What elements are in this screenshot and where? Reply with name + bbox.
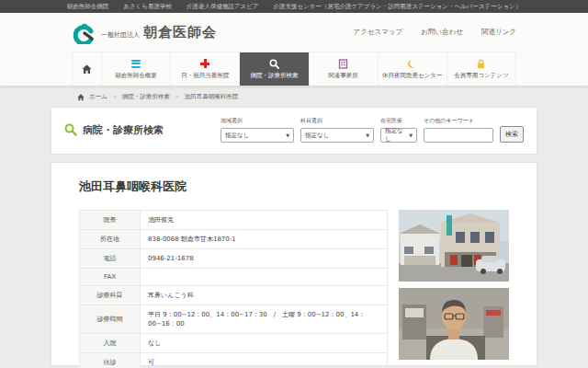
filter-keyword-label: その他のキーワード <box>424 117 493 125</box>
org-name-label: 朝倉医師会 <box>143 24 217 41</box>
home-care-select[interactable]: 指定なし ▼ <box>380 128 417 143</box>
breadcrumb-home-icon <box>77 94 85 101</box>
nav-item-duty-clinics[interactable]: 日・祝日当番医院 <box>170 52 239 86</box>
breadcrumb-current: 池田耳鼻咽喉科医院 <box>185 93 239 101</box>
row-label: 入院 <box>80 334 141 353</box>
nav-label-members-only: 会員専用コンテンツ <box>454 72 508 80</box>
row-value: 可 <box>141 353 388 368</box>
asakura-logo-icon <box>72 20 96 44</box>
table-row-phone: 電話 0946-21-1678 <box>80 249 388 269</box>
search-panel-title-text: 病院・診療所検索 <box>83 123 164 137</box>
clinic-detail-card: 池田耳鼻咽喉科医院 院長 池田俊克 所在地 838-0068 朝倉市甘木1870… <box>51 162 537 366</box>
topbar-link-hospital[interactable]: 朝倉医師会病院 <box>67 3 109 11</box>
nav-label-emergency-center: 休日夜間急患センター <box>382 72 442 80</box>
nav-item-overview[interactable]: 朝倉医師会概要 <box>101 52 170 86</box>
table-row-fax: FAX <box>80 269 388 286</box>
global-nav: 朝倉医師会概要 日・祝日当番医院 病院・診療所検索 関連事業所 休日夜間急患セン… <box>72 52 516 86</box>
header-link-related[interactable]: 関連リンク <box>481 28 516 37</box>
row-value: 838-0068 朝倉市甘木1870-1 <box>141 230 388 249</box>
cross-icon <box>200 59 209 69</box>
row-label: FAX <box>80 269 141 286</box>
filter-keyword: その他のキーワード <box>424 117 493 143</box>
clinic-name-heading: 池田耳鼻咽喉科医院 <box>79 178 509 195</box>
chevron-down-icon: ▼ <box>409 132 413 138</box>
home-icon <box>82 64 92 75</box>
table-row-hours: 診療時間 平日 9：00~12：00、14：00~17：30 / 土曜 9：00… <box>80 305 388 334</box>
table-row-departments: 診療科目 耳鼻いんこう科 <box>80 286 388 305</box>
site-logo[interactable]: 一般社団法人 朝倉医師会 <box>72 20 217 44</box>
breadcrumb-separator: ＞ <box>112 93 118 101</box>
table-row-director: 院長 池田俊克 <box>80 211 388 230</box>
table-row-address: 所在地 838-0068 朝倉市甘木1870-1 <box>80 230 388 249</box>
clinic-building-photo <box>399 210 509 282</box>
search-icon <box>269 59 279 69</box>
breadcrumb: ホーム ＞ 病院・診療所検索 ＞ 池田耳鼻咽喉科医院 <box>77 93 588 101</box>
nav-item-members-only[interactable]: 会員専用コンテンツ <box>447 52 516 86</box>
row-value <box>141 269 388 286</box>
org-type-label: 一般社団法人 <box>101 30 140 40</box>
chevron-down-icon: ▼ <box>366 132 369 138</box>
row-value: 平日 9：00~12：00、14：00~17：30 / 土曜 9：00~12：0… <box>141 305 388 334</box>
row-label: 診療時間 <box>80 305 141 334</box>
nav-item-related-offices[interactable]: 関連事業所 <box>309 52 378 86</box>
subject-select-value: 指定なし <box>305 132 329 140</box>
global-nav-wrap: 朝倉医師会概要 日・祝日当番医院 病院・診療所検索 関連事業所 休日夜間急患セン… <box>0 52 588 86</box>
top-utility-bar: 朝倉医師会病院 あさくら看護学校 介護老人保健施設アスピア 介護支援センター（居… <box>0 0 588 13</box>
topbar-link-nursing-school[interactable]: あさくら看護学校 <box>123 3 172 11</box>
row-label: 電話 <box>80 249 141 269</box>
site-title: 一般社団法人 朝倉医師会 <box>101 24 217 41</box>
header-link-access-map[interactable]: アクセスマップ <box>354 28 403 37</box>
row-value: 耳鼻いんこう科 <box>141 286 388 305</box>
clinic-info-table: 院長 池田俊克 所在地 838-0068 朝倉市甘木1870-1 電話 0946… <box>79 210 388 368</box>
lock-icon <box>476 59 486 69</box>
filter-home-care-label: 在宅医療 <box>380 117 417 125</box>
row-value: 池田俊克 <box>141 211 388 230</box>
nav-item-emergency-center[interactable]: 休日夜間急患センター <box>378 52 447 86</box>
table-row-hospitalization: 入院 なし <box>80 334 388 353</box>
breadcrumb-search[interactable]: 病院・診療所検索 <box>122 93 170 101</box>
clinic-detail-body: 院長 池田俊克 所在地 838-0068 朝倉市甘木1870-1 電話 0946… <box>79 210 509 368</box>
search-button[interactable]: 検索 <box>500 126 524 143</box>
breadcrumb-home[interactable]: ホーム <box>89 93 107 101</box>
moon-icon <box>407 59 417 69</box>
filter-subject: 科目選択 指定なし ▼ <box>300 117 374 143</box>
row-label: 診療科目 <box>80 286 141 305</box>
row-label: 往診 <box>80 353 141 368</box>
nav-label-overview: 朝倉医師会概要 <box>115 72 157 80</box>
building-icon <box>338 59 348 69</box>
nav-label-clinic-search: 病院・診療所検索 <box>250 72 298 80</box>
search-filters: 地域選択 指定なし ▼ 科目選択 指定なし ▼ 在宅医療 指定なし ▼ その他の… <box>220 117 524 143</box>
nav-label-related-offices: 関連事業所 <box>328 72 358 80</box>
filter-subject-label: 科目選択 <box>300 117 374 125</box>
breadcrumb-separator: ＞ <box>175 93 180 101</box>
nav-label-duty-clinics: 日・祝日当番医院 <box>181 72 229 80</box>
doctor-portrait-photo <box>399 288 509 360</box>
row-value: なし <box>141 334 388 353</box>
list-icon <box>131 59 141 69</box>
clinic-photos <box>399 210 509 368</box>
region-select[interactable]: 指定なし ▼ <box>220 128 294 143</box>
header-links: アクセスマップ お問い合わせ 関連リンク <box>354 28 516 37</box>
clinic-search-panel: 病院・診療所検索 地域選択 指定なし ▼ 科目選択 指定なし ▼ 在宅医療 指定… <box>51 107 537 155</box>
nav-item-clinic-search[interactable]: 病院・診療所検索 <box>239 52 308 86</box>
home-care-select-value: 指定なし <box>385 127 405 144</box>
header-link-contact[interactable]: お問い合わせ <box>421 28 463 37</box>
row-label: 所在地 <box>80 230 141 249</box>
topbar-link-care-center[interactable]: 介護支援センター（居宅介護ケアプラン・訪問看護ステーション・ヘルパーステーション… <box>274 3 522 11</box>
region-select-value: 指定なし <box>225 132 249 140</box>
subject-select[interactable]: 指定なし ▼ <box>300 128 374 143</box>
filter-home-care: 在宅医療 指定なし ▼ <box>380 117 417 143</box>
table-row-house-calls: 往診 可 <box>80 353 388 368</box>
nav-item-home[interactable] <box>72 52 101 86</box>
chevron-down-icon: ▼ <box>286 132 289 138</box>
search-green-icon <box>64 123 77 136</box>
keyword-input[interactable] <box>424 128 493 143</box>
site-header: 一般社団法人 朝倉医師会 アクセスマップ お問い合わせ 関連リンク <box>0 13 588 52</box>
row-value: 0946-21-1678 <box>141 249 388 269</box>
topbar-link-aspia[interactable]: 介護老人保健施設アスピア <box>187 3 259 11</box>
row-label: 院長 <box>80 211 141 230</box>
search-panel-title: 病院・診療所検索 <box>64 123 164 137</box>
filter-region: 地域選択 指定なし ▼ <box>220 117 294 143</box>
filter-region-label: 地域選択 <box>220 117 294 125</box>
